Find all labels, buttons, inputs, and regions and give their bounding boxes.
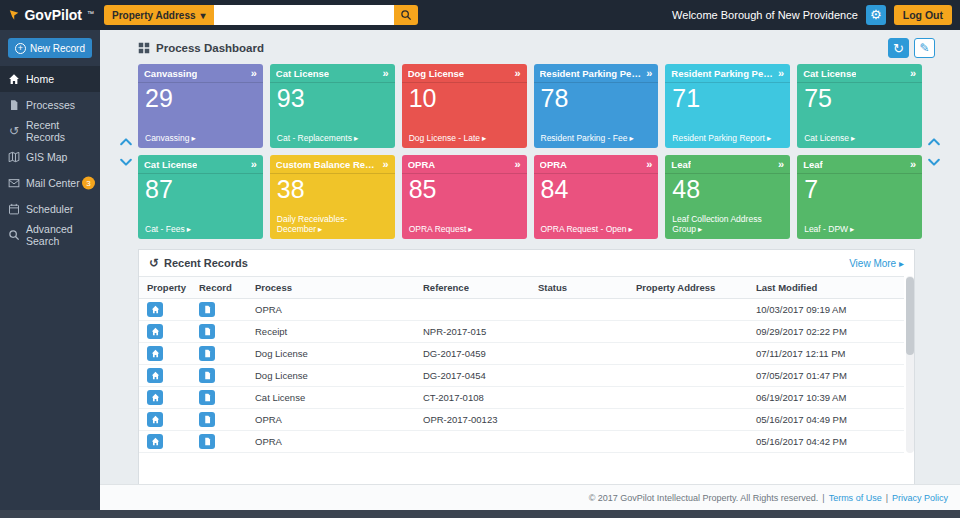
- sidebar-item-scheduler[interactable]: Scheduler: [0, 196, 100, 222]
- view-more-link[interactable]: View More ▸: [849, 258, 904, 269]
- table-row[interactable]: Cat License CT-2017-0108 06/19/2017 10:3…: [139, 387, 904, 409]
- property-icon-button[interactable]: [147, 302, 163, 317]
- record-icon-button[interactable]: [199, 390, 215, 405]
- card-link[interactable]: Cat License▸: [797, 133, 922, 148]
- sidebar-item-gis-map[interactable]: GIS Map: [0, 144, 100, 170]
- document-icon: [203, 327, 212, 336]
- dashboard-card[interactable]: OPRA» 84 OPRA Request - Open▸: [534, 155, 659, 239]
- dashboard-card[interactable]: Canvassing» 29 Canvassing▸: [138, 64, 263, 148]
- dashboard-card[interactable]: Cat License» 93 Cat - Replacements▸: [270, 64, 395, 148]
- dashboard-card[interactable]: OPRA» 85 OPRA Request▸: [402, 155, 527, 239]
- dashboard-card[interactable]: Dog License» 10 Dog License - Late▸: [402, 64, 527, 148]
- caret-right-icon: ▸: [318, 224, 322, 234]
- record-icon-button[interactable]: [199, 434, 215, 449]
- sidebar-item-home[interactable]: Home: [0, 66, 100, 92]
- property-icon-button[interactable]: [147, 324, 163, 339]
- dashboard-card[interactable]: Custom Balance Report» 38 Daily Receivab…: [270, 155, 395, 239]
- double-chevron-icon[interactable]: »: [251, 67, 257, 79]
- card-link[interactable]: OPRA Request - Open▸: [534, 224, 659, 239]
- caret-right-icon: ▸: [850, 224, 854, 234]
- carousel-left-up-button[interactable]: [119, 135, 133, 149]
- calendar-icon: [8, 203, 20, 215]
- double-chevron-icon[interactable]: »: [910, 158, 916, 170]
- double-chevron-icon[interactable]: »: [646, 67, 652, 79]
- table-row[interactable]: OPRA 05/16/2017 04:42 PM: [139, 431, 904, 453]
- double-chevron-icon[interactable]: »: [514, 67, 520, 79]
- house-icon: [151, 305, 160, 314]
- cell-last-modified: 05/16/2017 04:42 PM: [748, 431, 904, 453]
- scrollbar-thumb[interactable]: [906, 277, 914, 355]
- double-chevron-icon[interactable]: »: [646, 158, 652, 170]
- caret-right-icon: ▸: [851, 133, 855, 143]
- card-link[interactable]: Leaf - DPW▸: [797, 224, 922, 239]
- govpilot-logo-icon: [8, 7, 19, 23]
- privacy-link[interactable]: Privacy Policy: [892, 493, 948, 503]
- double-chevron-icon[interactable]: »: [514, 158, 520, 170]
- double-chevron-icon[interactable]: »: [910, 67, 916, 79]
- property-icon-button[interactable]: [147, 390, 163, 405]
- sidebar-item-mail-center[interactable]: Mail Center 3: [0, 170, 100, 196]
- sidebar-item-advanced-search[interactable]: Advanced Search: [0, 222, 100, 248]
- double-chevron-icon[interactable]: »: [383, 158, 389, 170]
- card-link[interactable]: Resident Parking - Fee▸: [534, 133, 659, 148]
- sidebar-item-processes[interactable]: Processes: [0, 92, 100, 118]
- house-icon: [151, 327, 160, 336]
- property-icon-button[interactable]: [147, 434, 163, 449]
- record-icon-button[interactable]: [199, 368, 215, 383]
- double-chevron-icon[interactable]: »: [778, 158, 784, 170]
- double-chevron-icon[interactable]: »: [251, 158, 257, 170]
- card-link[interactable]: Canvassing▸: [138, 133, 263, 148]
- card-link[interactable]: Resident Parking Report▸: [665, 133, 790, 148]
- card-link[interactable]: Cat - Fees▸: [138, 224, 263, 239]
- property-icon-button[interactable]: [147, 346, 163, 361]
- govpilot-logo[interactable]: GovPilot ™: [8, 7, 94, 23]
- card-link[interactable]: Daily Receivables- December▸: [270, 214, 395, 239]
- property-icon-button[interactable]: [147, 412, 163, 427]
- table-scrollbar[interactable]: [906, 276, 914, 453]
- carousel-right-up-button[interactable]: [927, 135, 941, 149]
- table-row[interactable]: Dog License DG-2017-0459 07/11/2017 12:1…: [139, 343, 904, 365]
- sidebar-item-recent-records[interactable]: ↺ Recent Records: [0, 118, 100, 144]
- card-link[interactable]: OPRA Request▸: [402, 224, 527, 239]
- card-link[interactable]: Dog License - Late▸: [402, 133, 527, 148]
- envelope-icon: [8, 177, 20, 189]
- search-input[interactable]: [214, 5, 394, 25]
- record-icon-button[interactable]: [199, 302, 215, 317]
- table-row[interactable]: Dog License DG-2017-0454 07/05/2017 01:4…: [139, 365, 904, 387]
- property-address-dropdown[interactable]: Property Address ▾: [104, 5, 214, 25]
- separator: |: [886, 493, 888, 503]
- refresh-button[interactable]: ↻: [888, 38, 909, 58]
- search-icon: [400, 9, 412, 21]
- carousel-left-down-button[interactable]: [119, 155, 133, 169]
- double-chevron-icon[interactable]: »: [383, 67, 389, 79]
- property-icon-button[interactable]: [147, 368, 163, 383]
- chevron-down-icon: [119, 155, 133, 169]
- card-title: Custom Balance Report: [276, 159, 380, 170]
- new-record-button[interactable]: + New Record: [8, 38, 92, 58]
- dashboard-card[interactable]: Cat License» 87 Cat - Fees▸: [138, 155, 263, 239]
- terms-link[interactable]: Terms of Use: [829, 493, 882, 503]
- dashboard-card[interactable]: Resident Parking Permit» 71 Resident Par…: [665, 64, 790, 148]
- dashboard-card[interactable]: Leaf» 48 Leaf Collection Address Group▸: [665, 155, 790, 239]
- table-row[interactable]: Receipt NPR-2017-015 09/29/2017 02:22 PM: [139, 321, 904, 343]
- double-chevron-icon[interactable]: »: [778, 67, 784, 79]
- record-icon-button[interactable]: [199, 346, 215, 361]
- processes-icon: [8, 99, 20, 111]
- card-count: 29: [138, 83, 263, 113]
- table-row[interactable]: OPRA OPR-2017-00123 05/16/2017 04:49 PM: [139, 409, 904, 431]
- table-row[interactable]: OPRA 10/03/2017 09:19 AM: [139, 299, 904, 321]
- dashboard-card[interactable]: Resident Parking Permit» 78 Resident Par…: [534, 64, 659, 148]
- card-link[interactable]: Leaf Collection Address Group▸: [665, 214, 790, 239]
- carousel-right-down-button[interactable]: [927, 155, 941, 169]
- edit-dashboard-button[interactable]: ✎: [914, 38, 935, 58]
- dashboard-card[interactable]: Cat License» 75 Cat License▸: [797, 64, 922, 148]
- card-title: Cat License: [144, 159, 197, 170]
- record-icon-button[interactable]: [199, 412, 215, 427]
- search-button[interactable]: [394, 5, 418, 25]
- logout-button[interactable]: Log Out: [894, 5, 952, 25]
- card-link[interactable]: Cat - Replacements▸: [270, 133, 395, 148]
- settings-button[interactable]: ⚙: [866, 5, 886, 25]
- record-icon-button[interactable]: [199, 324, 215, 339]
- caret-down-icon: ▾: [201, 10, 206, 21]
- dashboard-card[interactable]: Leaf» 7 Leaf - DPW▸: [797, 155, 922, 239]
